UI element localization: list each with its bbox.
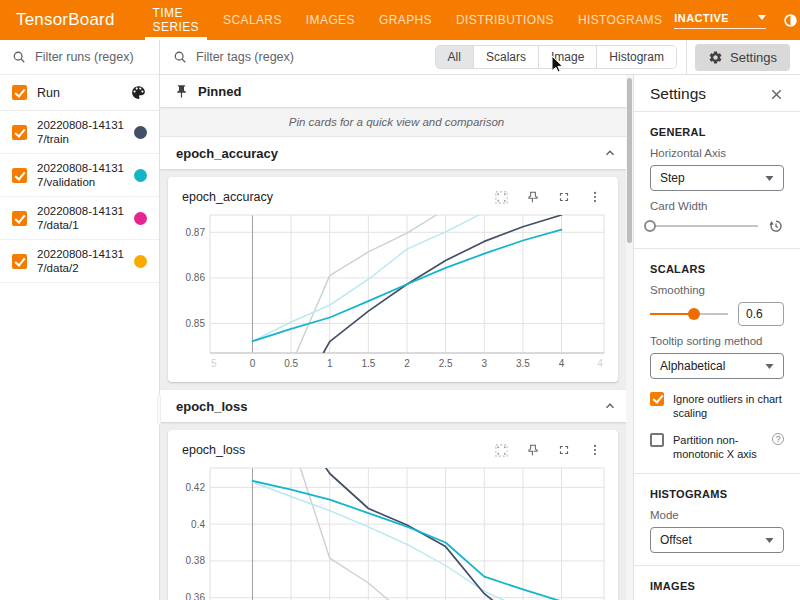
card-header: epoch_loss bbox=[176, 438, 610, 462]
tooltip-sort-select[interactable]: Alphabetical bbox=[650, 353, 784, 379]
run-checkbox[interactable] bbox=[12, 168, 27, 183]
run-name: 20220808-141317/train bbox=[37, 118, 128, 146]
data-status-select[interactable]: INACTIVE bbox=[674, 12, 766, 29]
help-icon[interactable]: ? bbox=[772, 433, 784, 445]
chevron-down-icon bbox=[765, 538, 774, 543]
chevron-down-icon bbox=[765, 364, 774, 369]
fit-to-domain-icon[interactable] bbox=[494, 190, 509, 205]
svg-text:0.86: 0.86 bbox=[186, 272, 206, 283]
run-color-dot bbox=[134, 212, 147, 225]
runs-list: 20220808-141317/train20220808-141317/val… bbox=[0, 111, 159, 283]
horizontal-axis-select[interactable]: Step bbox=[650, 165, 784, 191]
svg-text:0.85: 0.85 bbox=[186, 318, 206, 329]
toolbar-divider bbox=[686, 40, 687, 74]
runs-filter-input[interactable] bbox=[35, 50, 145, 64]
tab-distributions[interactable]: DISTRIBUTIONS bbox=[444, 0, 566, 40]
settings-panel: Settings GENERAL Horizontal Axis Step Ca… bbox=[633, 75, 800, 600]
tab-scalars[interactable]: SCALARS bbox=[211, 0, 294, 40]
filter-chip-scalars[interactable]: Scalars bbox=[474, 46, 539, 68]
fullscreen-icon[interactable] bbox=[557, 443, 571, 457]
ignore-outliers-checkbox-row[interactable]: Ignore outliers in chart scaling bbox=[650, 392, 784, 420]
filter-chip-histogram[interactable]: Histogram bbox=[597, 46, 676, 68]
run-row[interactable]: 20220808-141317/data/1 bbox=[0, 197, 159, 240]
select-all-checkbox[interactable] bbox=[12, 85, 27, 100]
slider-thumb[interactable] bbox=[688, 308, 700, 320]
svg-text:2.5: 2.5 bbox=[439, 358, 453, 369]
pin-icon bbox=[174, 84, 189, 99]
histogram-mode-select[interactable]: Offset bbox=[650, 527, 784, 553]
run-name: 20220808-141317/validation bbox=[37, 161, 128, 189]
pin-icon[interactable] bbox=[526, 443, 540, 457]
settings-panel-header: Settings bbox=[634, 75, 800, 111]
search-icon bbox=[12, 50, 26, 64]
fit-to-domain-icon[interactable] bbox=[494, 443, 509, 458]
checkbox-icon[interactable] bbox=[650, 433, 664, 447]
section-header-epoch-loss[interactable]: epoch_loss bbox=[160, 390, 633, 422]
pinned-section-header[interactable]: Pinned bbox=[160, 75, 633, 107]
checkbox-label: Ignore outliers in chart scaling bbox=[673, 392, 784, 420]
checkbox-icon[interactable] bbox=[650, 392, 664, 406]
svg-text:1.5: 1.5 bbox=[361, 358, 375, 369]
group-heading: SCALARS bbox=[650, 263, 784, 275]
settings-panel-title: Settings bbox=[650, 85, 706, 103]
chevron-up-icon[interactable] bbox=[603, 399, 617, 413]
more-options-icon[interactable] bbox=[588, 443, 602, 457]
svg-text:0.87: 0.87 bbox=[186, 227, 206, 238]
theme-toggle-icon[interactable] bbox=[781, 11, 799, 29]
main-scrollbar[interactable] bbox=[626, 75, 633, 600]
palette-icon bbox=[130, 84, 147, 101]
section-title: epoch_accuracy bbox=[176, 146, 278, 161]
fullscreen-icon[interactable] bbox=[557, 190, 571, 204]
reset-icon[interactable] bbox=[768, 218, 784, 234]
partition-x-checkbox-row[interactable]: Partition non-monotonic X axis ? bbox=[650, 433, 784, 461]
tag-filter-input[interactable] bbox=[196, 50, 376, 64]
chevron-down-icon bbox=[765, 176, 774, 181]
pin-icon[interactable] bbox=[526, 190, 540, 204]
run-checkbox[interactable] bbox=[12, 211, 27, 226]
run-column-label: Run bbox=[37, 86, 130, 100]
run-row[interactable]: 20220808-141317/validation bbox=[0, 154, 159, 197]
filter-chip-all[interactable]: All bbox=[436, 46, 474, 68]
section-header-epoch-accuracy[interactable]: epoch_accuracy bbox=[160, 137, 633, 169]
scalar-card-epoch-accuracy: epoch_accuracy 0.850.860.87500.511.522.5… bbox=[168, 177, 618, 382]
tab-time-series[interactable]: TIME SERIES bbox=[141, 0, 211, 40]
run-select-all-row[interactable]: Run bbox=[0, 75, 159, 111]
close-icon[interactable] bbox=[769, 87, 784, 102]
settings-group-general: GENERAL Horizontal Axis Step Card Width bbox=[634, 112, 800, 248]
more-options-icon[interactable] bbox=[588, 190, 602, 204]
settings-group-images: IMAGES Brightness Contrast Show actual i… bbox=[634, 566, 800, 600]
smoothing-input[interactable] bbox=[738, 302, 784, 326]
run-row[interactable]: 20220808-141317/data/2 bbox=[0, 240, 159, 283]
run-color-dot bbox=[134, 126, 147, 139]
svg-text:1: 1 bbox=[327, 358, 333, 369]
scrollbar-thumb[interactable] bbox=[627, 78, 632, 243]
scalar-card-epoch-loss: epoch_loss 0.360.380.40.42 bbox=[168, 430, 618, 600]
run-row[interactable]: 20220808-141317/train bbox=[0, 111, 159, 154]
chevron-up-icon[interactable] bbox=[603, 146, 617, 160]
filter-chip-image[interactable]: Image bbox=[539, 46, 597, 68]
settings-button[interactable]: Settings bbox=[695, 44, 790, 71]
run-checkbox[interactable] bbox=[12, 254, 27, 269]
svg-text:5: 5 bbox=[211, 358, 217, 369]
horizontal-axis-label: Horizontal Axis bbox=[650, 147, 784, 159]
selected-value: Alphabetical bbox=[660, 359, 725, 373]
settings-group-scalars: SCALARS Smoothing Tooltip sorting method… bbox=[634, 249, 800, 473]
scalar-chart[interactable]: 0.850.860.87500.511.522.533.544 bbox=[176, 211, 610, 374]
tab-images[interactable]: IMAGES bbox=[294, 0, 367, 40]
card-title: epoch_accuracy bbox=[182, 190, 494, 204]
card-area: epoch_loss 0.360.380.40.42 bbox=[160, 422, 633, 600]
scalar-chart[interactable]: 0.360.380.40.42 bbox=[176, 464, 610, 600]
slider-thumb[interactable] bbox=[644, 220, 656, 232]
sidebar-resize-handle[interactable] bbox=[157, 395, 161, 425]
svg-text:0.42: 0.42 bbox=[186, 482, 206, 493]
card-width-slider[interactable] bbox=[650, 219, 758, 233]
run-checkbox[interactable] bbox=[12, 125, 27, 140]
smoothing-slider[interactable] bbox=[650, 307, 728, 321]
card-actions bbox=[494, 190, 608, 205]
main-toolbar: AllScalarsImageHistogram Settings bbox=[160, 40, 800, 75]
selected-value: Step bbox=[660, 171, 685, 185]
tab-graphs[interactable]: GRAPHS bbox=[367, 0, 444, 40]
tab-histograms[interactable]: HISTOGRAMS bbox=[566, 0, 674, 40]
card-width-label: Card Width bbox=[650, 200, 784, 212]
smoothing-label: Smoothing bbox=[650, 284, 784, 296]
